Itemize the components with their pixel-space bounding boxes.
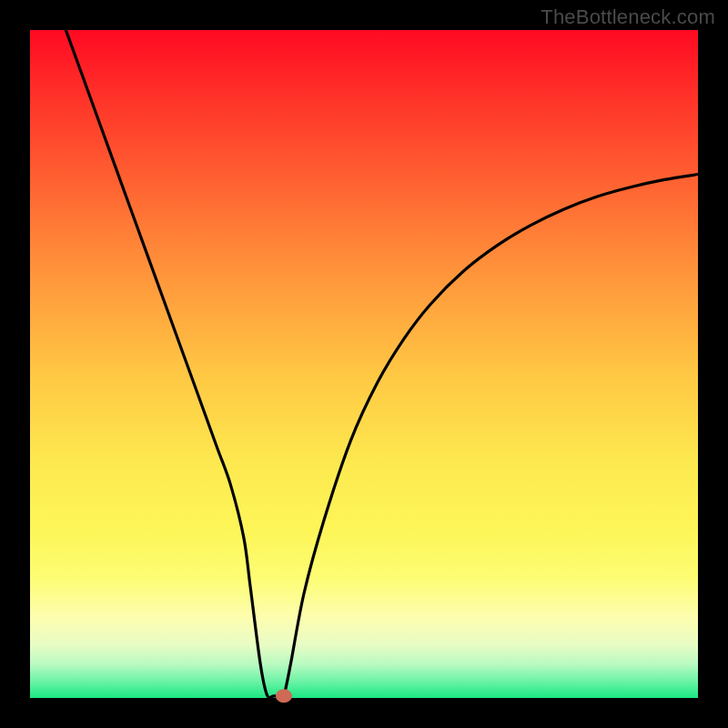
minimum-marker — [276, 689, 292, 703]
chart-svg — [30, 30, 698, 698]
bottleneck-curve — [64, 24, 698, 699]
plot-area — [30, 30, 698, 698]
watermark-text: TheBottleneck.com — [541, 5, 715, 29]
chart-frame: TheBottleneck.com — [0, 0, 728, 728]
